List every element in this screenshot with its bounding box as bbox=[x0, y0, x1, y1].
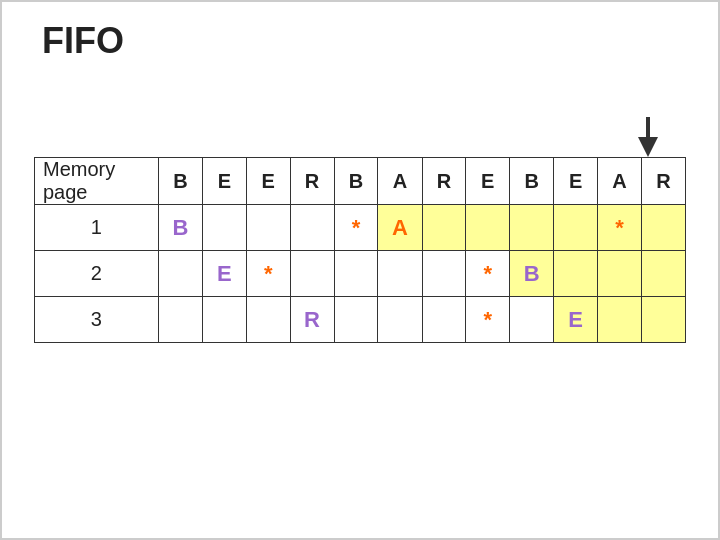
header-col-3: R bbox=[290, 158, 334, 205]
cell-3-0 bbox=[158, 297, 202, 343]
cell-3-1 bbox=[202, 297, 246, 343]
header-col-0: B bbox=[158, 158, 202, 205]
page-title: FIFO bbox=[2, 2, 718, 62]
cell-2-0 bbox=[158, 251, 202, 297]
header-col-5: A bbox=[378, 158, 422, 205]
cell-2-3 bbox=[290, 251, 334, 297]
header-col-10: A bbox=[598, 158, 642, 205]
cell-1-6 bbox=[422, 205, 466, 251]
cell-2-5 bbox=[378, 251, 422, 297]
cell-2-2: * bbox=[246, 251, 290, 297]
cell-1-3 bbox=[290, 205, 334, 251]
cell-1-0: B bbox=[158, 205, 202, 251]
fifo-table: Memory page B E E R B A R E B E A R bbox=[34, 157, 686, 343]
header-col-7: E bbox=[466, 158, 510, 205]
cell-2-10 bbox=[598, 251, 642, 297]
arrow-indicator bbox=[638, 117, 658, 157]
page-container: FIFO Memory page B E E R B A R E B E bbox=[0, 0, 720, 540]
cell-1-5: A bbox=[378, 205, 422, 251]
cell-1-9 bbox=[554, 205, 598, 251]
cell-1-2 bbox=[246, 205, 290, 251]
header-col-4: B bbox=[334, 158, 378, 205]
cell-3-7: * bbox=[466, 297, 510, 343]
cell-3-8 bbox=[510, 297, 554, 343]
cell-1-1 bbox=[202, 205, 246, 251]
header-col-11: R bbox=[641, 158, 685, 205]
cell-3-5 bbox=[378, 297, 422, 343]
cell-3-3: R bbox=[290, 297, 334, 343]
cell-3-4 bbox=[334, 297, 378, 343]
cell-3-11 bbox=[641, 297, 685, 343]
cell-1-8 bbox=[510, 205, 554, 251]
header-col-1: E bbox=[202, 158, 246, 205]
cell-1-7 bbox=[466, 205, 510, 251]
cell-1-10: * bbox=[598, 205, 642, 251]
cell-1-11 bbox=[641, 205, 685, 251]
cell-2-4 bbox=[334, 251, 378, 297]
cell-2-11 bbox=[641, 251, 685, 297]
cell-2-8: B bbox=[510, 251, 554, 297]
memory-page-label: Memory page bbox=[35, 158, 159, 205]
row-label-1: 1 bbox=[35, 205, 159, 251]
header-col-9: E bbox=[554, 158, 598, 205]
header-col-8: B bbox=[510, 158, 554, 205]
row-label-2: 2 bbox=[35, 251, 159, 297]
cell-2-1: E bbox=[202, 251, 246, 297]
arrow-stem bbox=[646, 117, 650, 137]
cell-2-6 bbox=[422, 251, 466, 297]
row-label-3: 3 bbox=[35, 297, 159, 343]
cell-3-9: E bbox=[554, 297, 598, 343]
table-row: 3 R * E bbox=[35, 297, 686, 343]
table-row: 1 B * A * bbox=[35, 205, 686, 251]
cell-3-2 bbox=[246, 297, 290, 343]
table-header-row: Memory page B E E R B A R E B E A R bbox=[35, 158, 686, 205]
cell-3-6 bbox=[422, 297, 466, 343]
arrow-head bbox=[638, 137, 658, 157]
cell-2-9 bbox=[554, 251, 598, 297]
cell-3-10 bbox=[598, 297, 642, 343]
header-col-6: R bbox=[422, 158, 466, 205]
cell-2-7: * bbox=[466, 251, 510, 297]
table-row: 2 E * * B bbox=[35, 251, 686, 297]
cell-1-4: * bbox=[334, 205, 378, 251]
fifo-table-wrapper: Memory page B E E R B A R E B E A R bbox=[34, 157, 686, 343]
header-col-2: E bbox=[246, 158, 290, 205]
